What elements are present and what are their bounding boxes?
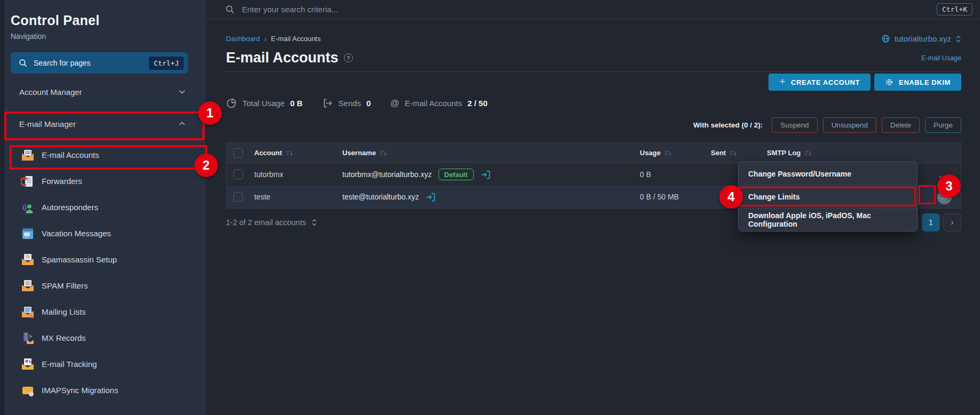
breadcrumb: Dashboard › E-mail Accounts tutorialturb… xyxy=(226,34,961,43)
create-account-button[interactable]: + CREATE ACCOUNT xyxy=(769,74,871,91)
app-subtitle: Navigation xyxy=(11,32,206,41)
sidebar-item-mailing-lists[interactable]: Mailing Lists xyxy=(11,299,206,325)
stats-row: Total Usage 0 B Sends 0 @ E-mail Account… xyxy=(226,98,961,109)
help-icon[interactable]: ? xyxy=(344,53,353,62)
username: tutorbmx@tutorialturbo.xyz xyxy=(342,170,432,179)
header-smtp-log[interactable]: SMTP Log xyxy=(767,149,928,157)
table-header: Account Username Usage Sent SMTP Log xyxy=(226,143,961,163)
sidebar-section-account-manager[interactable]: Account Manager xyxy=(11,82,206,101)
vacation-messages-icon xyxy=(21,227,35,241)
search-icon xyxy=(18,58,28,68)
login-icon[interactable] xyxy=(425,191,436,203)
breadcrumb-current: E-mail Accounts xyxy=(271,35,320,43)
sidebar-item-autoresponders[interactable]: Autoresponders xyxy=(11,194,206,220)
chevron-up-icon xyxy=(178,119,186,128)
sidebar-item-email-tracking[interactable]: E-mail Tracking xyxy=(11,351,206,377)
account-name: tutorbmx xyxy=(254,170,342,179)
next-page-button[interactable]: › xyxy=(943,213,961,232)
email-accounts-icon xyxy=(21,148,35,162)
updown-chevrons-icon xyxy=(955,35,961,43)
row-context-menu: Change Password/Username Change Limits D… xyxy=(738,162,918,232)
suspend-button[interactable]: Suspend xyxy=(772,117,817,133)
default-badge: Default xyxy=(438,169,474,180)
sidebar-search[interactable]: Ctrl+J xyxy=(11,52,188,74)
menu-item-change-password[interactable]: Change Password/Username xyxy=(739,162,917,185)
delete-button[interactable]: Delete xyxy=(882,117,920,133)
menu-item-download-config[interactable]: Download Apple iOS, iPadOS, Mac Configur… xyxy=(739,208,917,231)
sidebar-search-input[interactable] xyxy=(34,59,143,67)
sidebar-item-email-accounts[interactable]: E-mail Accounts xyxy=(11,142,206,168)
shortcut-badge-topbar: Ctrl+K xyxy=(937,3,973,15)
action-buttons: + CREATE ACCOUNT ENABLE DKIM xyxy=(226,74,961,91)
header-sent[interactable]: Sent xyxy=(711,149,767,157)
search-icon xyxy=(225,4,235,14)
sort-icon xyxy=(380,149,387,157)
page-title: E-mail Accounts xyxy=(226,50,339,66)
usage-value: 0 B / 50 MB xyxy=(640,193,711,201)
stat-total-usage: Total Usage 0 B xyxy=(226,98,303,109)
imapsync-migrations-icon xyxy=(21,384,35,397)
header-usage[interactable]: Usage xyxy=(640,149,711,157)
with-selected-row: With selected (0 / 2): Suspend Unsuspend… xyxy=(226,117,961,133)
gear-icon xyxy=(885,78,893,86)
sidebar-items: E-mail Accounts Forwarders Autoresponder… xyxy=(11,142,206,403)
sidebar-item-spam-filters[interactable]: SPAM Filters xyxy=(11,273,206,299)
email-usage-link[interactable]: E-mail Usage xyxy=(921,54,961,62)
spam-filters-icon xyxy=(21,279,35,293)
login-icon[interactable] xyxy=(480,169,491,180)
chevron-down-icon xyxy=(178,87,186,96)
menu-item-change-limits[interactable]: Change Limits xyxy=(739,185,917,208)
mailing-lists-icon xyxy=(21,305,35,319)
header-account[interactable]: Account xyxy=(254,149,342,157)
row-actions-button[interactable]: ... xyxy=(939,170,949,179)
select-all-checkbox[interactable] xyxy=(233,148,243,158)
pie-chart-icon xyxy=(226,98,237,109)
plus-icon: + xyxy=(779,76,786,87)
spamassassin-setup-icon xyxy=(21,253,35,267)
autoresponders-icon xyxy=(21,201,35,214)
sort-icon xyxy=(730,149,737,157)
mx-records-icon xyxy=(21,331,35,345)
updown-chevrons-icon xyxy=(311,219,317,226)
divider xyxy=(226,71,961,72)
email-tracking-icon xyxy=(21,357,35,371)
sort-icon xyxy=(804,149,812,157)
sidebar-item-imapsync-migrations[interactable]: IMAPSync Migrations xyxy=(11,377,206,403)
global-search-input[interactable] xyxy=(242,5,930,14)
app-title: Control Panel xyxy=(11,13,206,28)
row-checkbox[interactable] xyxy=(233,192,243,202)
domain-name: tutorialturbo.xyz xyxy=(895,34,951,43)
sidebar: Control Panel Navigation Ctrl+J Account … xyxy=(0,0,206,415)
chevron-right-icon: › xyxy=(264,35,267,43)
stat-sends: Sends 0 xyxy=(322,98,371,109)
row-actions-button-open[interactable]: ... xyxy=(937,190,952,204)
enable-dkim-button[interactable]: ENABLE DKIM xyxy=(874,74,961,91)
header-username[interactable]: Username xyxy=(342,149,640,157)
username: teste@tutorialturbo.xyz xyxy=(342,193,419,201)
usage-value: 0 B xyxy=(640,170,711,179)
sort-icon xyxy=(286,149,293,157)
sidebar-item-vacation-messages[interactable]: Vacation Messages xyxy=(11,220,206,246)
stat-email-accounts: @ E-mail Accounts 2 / 50 xyxy=(390,98,487,109)
global-search-bar: Ctrl+K xyxy=(206,0,980,19)
forwarders-icon xyxy=(21,174,35,188)
sidebar-section-email-manager[interactable]: E-mail Manager xyxy=(11,114,206,133)
title-row: E-mail Accounts ? E-mail Usage xyxy=(226,50,961,66)
per-page-selector[interactable]: 1-2 of 2 email accounts xyxy=(226,218,317,227)
at-sign-icon: @ xyxy=(390,98,399,109)
domain-selector[interactable]: tutorialturbo.xyz xyxy=(881,34,961,43)
send-icon xyxy=(322,98,333,109)
sidebar-item-spamassassin-setup[interactable]: Spamassassin Setup xyxy=(11,246,206,273)
breadcrumb-dashboard-link[interactable]: Dashboard xyxy=(226,35,260,43)
unsuspend-button[interactable]: Unsuspend xyxy=(823,117,876,133)
purge-button[interactable]: Purge xyxy=(925,117,961,133)
sort-icon xyxy=(664,149,672,157)
row-checkbox[interactable] xyxy=(233,170,243,179)
globe-icon xyxy=(881,34,890,43)
account-name: teste xyxy=(254,193,342,201)
shortcut-badge-sidebar: Ctrl+J xyxy=(149,57,184,70)
sidebar-item-mx-records[interactable]: MX Records xyxy=(11,325,206,351)
sidebar-item-forwarders[interactable]: Forwarders xyxy=(11,168,206,194)
page-1-button[interactable]: 1 xyxy=(922,213,940,232)
with-selected-label: With selected (0 / 2): xyxy=(693,121,763,129)
